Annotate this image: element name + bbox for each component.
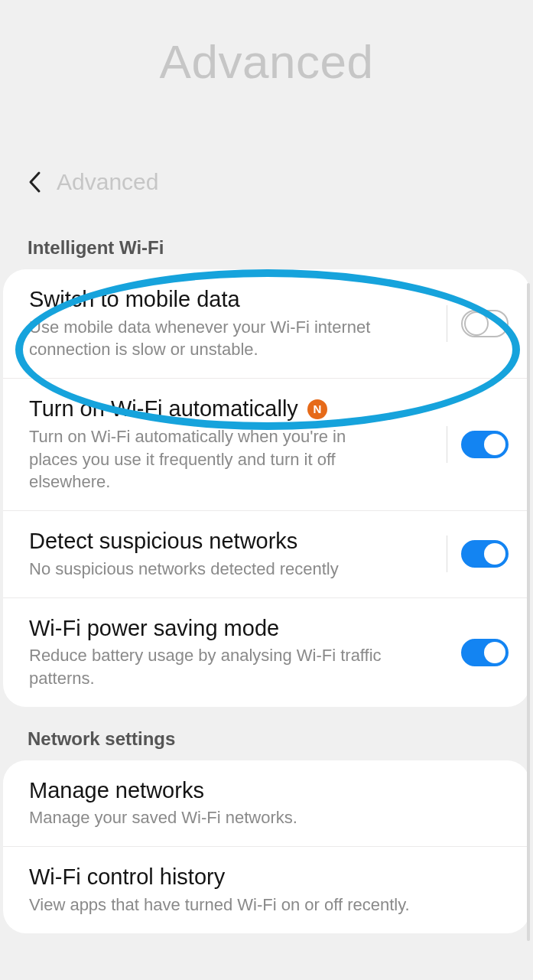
row-title: Detect suspicious networks	[29, 528, 297, 555]
toggle-detect-suspicious[interactable]	[461, 540, 509, 568]
row-auto-wifi[interactable]: Turn on Wi-Fi automatically N Turn on Wi…	[3, 378, 530, 510]
row-desc: View apps that have turned Wi-Fi on or o…	[29, 894, 457, 917]
row-title: Wi-Fi control history	[29, 864, 225, 890]
divider	[447, 536, 447, 572]
row-detect-suspicious[interactable]: Detect suspicious networks No suspicious…	[3, 510, 530, 597]
row-desc: Use mobile data whenever your Wi-Fi inte…	[29, 316, 388, 361]
toggle-switch-to-mobile-data[interactable]	[461, 310, 509, 337]
card-network-settings: Manage networks Manage your saved Wi-Fi …	[3, 760, 530, 933]
card-intelligent-wifi: Switch to mobile data Use mobile data wh…	[3, 269, 530, 707]
expanded-header-title: Advanced	[160, 35, 374, 88]
collapsed-header-title: Advanced	[57, 169, 158, 195]
collapsed-header: Advanced	[0, 169, 533, 195]
section-label-network-settings: Network settings	[0, 728, 533, 750]
toggle-power-saving[interactable]	[461, 639, 509, 666]
row-title: Turn on Wi-Fi automatically	[29, 396, 298, 422]
row-desc: Reduce battery usage by analysing Wi-Fi …	[29, 644, 388, 689]
row-power-saving[interactable]: Wi-Fi power saving mode Reduce battery u…	[3, 597, 530, 707]
row-title: Wi-Fi power saving mode	[29, 615, 279, 642]
divider	[447, 426, 447, 463]
row-wifi-control-history[interactable]: Wi-Fi control history View apps that hav…	[3, 846, 530, 933]
row-desc: Manage your saved Wi-Fi networks.	[29, 806, 457, 829]
expanded-header: Advanced	[0, 0, 533, 89]
row-title: Manage networks	[29, 777, 204, 804]
row-desc: No suspicious networks detected recently	[29, 558, 388, 581]
section-label-intelligent-wifi: Intelligent Wi-Fi	[0, 237, 533, 259]
row-manage-networks[interactable]: Manage networks Manage your saved Wi-Fi …	[3, 760, 530, 846]
toggle-auto-wifi[interactable]	[461, 431, 509, 458]
row-title: Switch to mobile data	[29, 286, 240, 313]
scrollbar[interactable]	[527, 283, 530, 941]
back-icon[interactable]	[28, 171, 43, 194]
divider	[447, 305, 447, 342]
new-badge-icon: N	[307, 399, 327, 419]
row-desc: Turn on Wi-Fi automatically when you're …	[29, 425, 388, 493]
row-switch-to-mobile-data[interactable]: Switch to mobile data Use mobile data wh…	[3, 269, 530, 378]
